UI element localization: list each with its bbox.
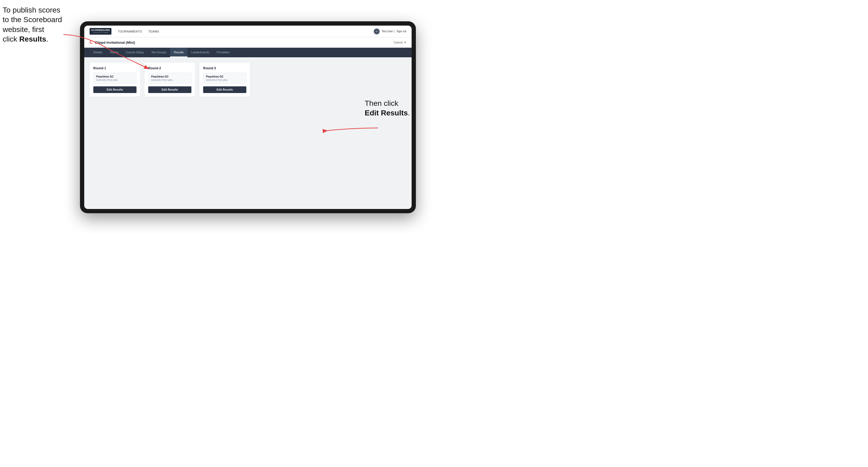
- tournament-name: Clippd Invitational (Mini): [95, 40, 135, 44]
- scoreboard-logo: SCOREBOARD Powered by clippd: [90, 28, 112, 34]
- sign-out-link[interactable]: Sign out: [396, 30, 406, 33]
- tournament-title-area: C Clippd Invitational (Mini): [90, 40, 135, 45]
- round-2-course-card: Peachtree GC Gold (M) (7010 yds): [148, 73, 191, 84]
- annotation-line4-plain: click: [3, 35, 19, 43]
- annotation-results-bold: Results: [19, 35, 46, 43]
- tab-teams[interactable]: Teams: [106, 48, 122, 57]
- edit-results-btn-round-2[interactable]: Edit Results: [148, 86, 191, 93]
- round-3-course-name: Peachtree GC: [206, 75, 243, 78]
- round-1-course-detail: Gold (M) (7010 yds): [96, 79, 133, 81]
- tablet-screen: SCOREBOARD Powered by clippd TOURNAMENTS…: [84, 26, 412, 209]
- logo-area: SCOREBOARD Powered by clippd: [90, 28, 112, 34]
- round-3-card: Round 3 Peachtree GC Gold (M) (7010 yds)…: [199, 63, 250, 97]
- round-2-card: Round 2 Peachtree GC Gold (M) (7010 yds)…: [145, 63, 195, 97]
- nav-tournaments[interactable]: TOURNAMENTS: [118, 30, 142, 33]
- round-3-title: Round 3: [203, 66, 246, 70]
- annotation-line1: To publish scores: [3, 6, 60, 14]
- annotation-left: To publish scores to the Scoreboard webs…: [3, 5, 72, 44]
- round-2-course-name: Peachtree GC: [151, 75, 188, 78]
- top-navigation: SCOREBOARD Powered by clippd TOURNAMENTS…: [84, 26, 412, 37]
- user-label: Test User |: [382, 30, 395, 33]
- user-avatar: U: [374, 29, 380, 34]
- annotation-period: .: [46, 35, 48, 43]
- annotation-line2: to the Scoreboard: [3, 15, 62, 24]
- sub-navigation: Details Teams Course Setup Tee Groups Re…: [84, 48, 412, 57]
- cancel-label: Cancel: [394, 41, 403, 44]
- nav-teams[interactable]: TEAMS: [148, 30, 159, 33]
- rounds-container: Round 1 Peachtree GC Gold (M) (7010 yds)…: [84, 57, 412, 102]
- annotation-right: Then click Edit Results.: [365, 99, 426, 118]
- annotation-right-period: .: [408, 109, 410, 117]
- annotation-then-click: Then click: [365, 99, 398, 107]
- round-3-course-detail: Gold (M) (7010 yds): [206, 79, 243, 81]
- round-1-course-name: Peachtree GC: [96, 75, 133, 78]
- cancel-button[interactable]: Cancel ✕: [394, 41, 406, 44]
- round-1-title: Round 1: [93, 66, 136, 70]
- round-2-course-detail: Gold (M) (7010 yds): [151, 79, 188, 81]
- close-icon: ✕: [404, 41, 406, 44]
- clippd-icon: C: [90, 40, 93, 45]
- round-1-course-card: Peachtree GC Gold (M) (7010 yds): [93, 73, 136, 84]
- round-1-card: Round 1 Peachtree GC Gold (M) (7010 yds)…: [90, 63, 140, 97]
- tab-course-setup[interactable]: Course Setup: [122, 48, 148, 57]
- tab-details[interactable]: Details: [90, 48, 106, 57]
- edit-results-btn-round-3[interactable]: Edit Results: [203, 86, 246, 93]
- edit-results-btn-round-1[interactable]: Edit Results: [93, 86, 136, 93]
- annotation-line3: website, first: [3, 25, 44, 34]
- annotation-edit-results-bold: Edit Results: [365, 109, 408, 117]
- tournament-header: C Clippd Invitational (Mini) Cancel ✕: [84, 37, 412, 48]
- tab-leaderboards[interactable]: Leaderboards: [187, 48, 213, 57]
- content-area: Round 1 Peachtree GC Gold (M) (7010 yds)…: [84, 57, 412, 209]
- tab-tee-groups[interactable]: Tee Groups: [148, 48, 170, 57]
- round-2-title: Round 2: [148, 66, 191, 70]
- tab-printables[interactable]: Printables: [213, 48, 234, 57]
- round-3-course-card: Peachtree GC Gold (M) (7010 yds): [203, 73, 246, 84]
- main-nav-links: TOURNAMENTS TEAMS: [118, 30, 159, 33]
- tab-results[interactable]: Results: [170, 48, 187, 57]
- nav-right-area: U Test User | Sign out: [374, 29, 406, 34]
